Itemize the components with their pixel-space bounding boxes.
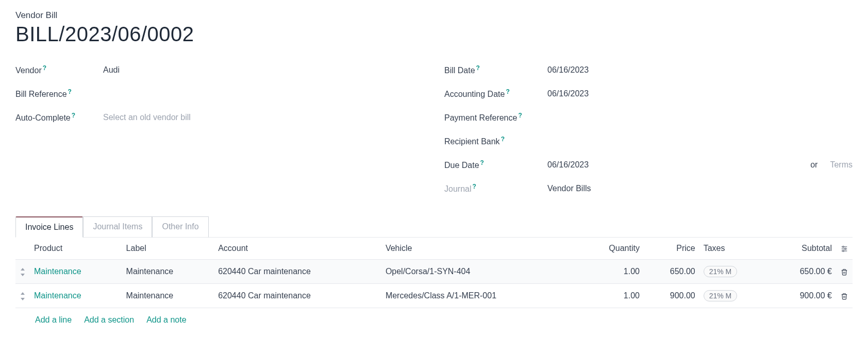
- page-subtitle: Vendor Bill: [15, 10, 853, 21]
- tax-chip[interactable]: 21% M: [704, 266, 738, 277]
- help-icon[interactable]: ?: [72, 112, 75, 119]
- due-date-label: Due Date?: [444, 159, 532, 170]
- filter-icon[interactable]: [840, 244, 848, 252]
- svg-marker-6: [21, 268, 25, 271]
- tab-journal-items[interactable]: Journal Items: [83, 216, 152, 238]
- help-icon[interactable]: ?: [518, 112, 522, 119]
- help-icon[interactable]: ?: [506, 88, 509, 95]
- bill-date-value[interactable]: 06/16/2023: [532, 65, 853, 75]
- journal-value[interactable]: Vendor Bills: [532, 184, 853, 193]
- col-quantity: Quantity: [579, 238, 644, 260]
- tabs: Invoice Lines Journal Items Other Info: [15, 216, 853, 238]
- quantity-cell[interactable]: 1.00: [624, 267, 640, 276]
- product-cell[interactable]: Maintenance: [34, 267, 81, 276]
- vehicle-cell[interactable]: Mercedes/Class A/1-MER-001: [386, 291, 496, 300]
- table-row: Maintenance Maintenance 620440 Car maint…: [15, 260, 853, 284]
- vendor-value[interactable]: Audi: [103, 65, 424, 75]
- accounting-date-value[interactable]: 06/16/2023: [532, 89, 853, 98]
- table-row: Maintenance Maintenance 620440 Car maint…: [15, 284, 853, 308]
- add-note-button[interactable]: Add a note: [146, 315, 186, 325]
- due-date-value[interactable]: 06/16/2023: [547, 160, 589, 170]
- svg-marker-8: [21, 292, 25, 295]
- accounting-date-label: Accounting Date?: [444, 88, 532, 99]
- col-price: Price: [644, 238, 699, 260]
- drag-handle-icon[interactable]: [15, 260, 30, 284]
- svg-point-3: [845, 248, 846, 249]
- subtotal-cell: 650.00 €: [800, 267, 832, 276]
- bill-reference-label: Bill Reference?: [15, 88, 103, 99]
- svg-marker-9: [21, 298, 25, 300]
- vehicle-cell[interactable]: Opel/Corsa/1-SYN-404: [386, 267, 471, 276]
- svg-point-5: [843, 250, 844, 251]
- terms-input[interactable]: Terms: [830, 160, 853, 170]
- help-icon[interactable]: ?: [43, 64, 46, 72]
- tab-other-info[interactable]: Other Info: [152, 216, 208, 238]
- page-title: BILL/2023/06/0002: [15, 23, 853, 46]
- price-cell[interactable]: 650.00: [670, 267, 695, 276]
- trash-icon[interactable]: [841, 267, 848, 276]
- auto-complete-input[interactable]: Select an old vendor bill: [103, 113, 424, 122]
- trash-icon[interactable]: [841, 291, 848, 300]
- journal-label: Journal?: [444, 183, 532, 194]
- help-icon[interactable]: ?: [480, 159, 484, 166]
- subtotal-cell: 900.00 €: [800, 291, 832, 300]
- help-icon[interactable]: ?: [472, 183, 476, 190]
- col-vehicle: Vehicle: [381, 238, 579, 260]
- due-date-or: or: [810, 160, 817, 170]
- help-icon[interactable]: ?: [476, 64, 480, 72]
- col-product: Product: [30, 238, 122, 260]
- vendor-label: Vendor?: [15, 64, 103, 75]
- drag-handle-icon[interactable]: [15, 284, 30, 308]
- col-account: Account: [214, 238, 381, 260]
- svg-point-1: [843, 246, 844, 247]
- quantity-cell[interactable]: 1.00: [624, 291, 640, 300]
- add-section-button[interactable]: Add a section: [84, 315, 134, 325]
- bill-date-label: Bill Date?: [444, 64, 532, 75]
- price-cell[interactable]: 900.00: [670, 291, 695, 300]
- col-taxes: Taxes: [699, 238, 769, 260]
- auto-complete-label: Auto-Complete?: [15, 112, 103, 123]
- help-icon[interactable]: ?: [501, 136, 505, 143]
- help-icon[interactable]: ?: [68, 88, 72, 95]
- account-cell[interactable]: 620440 Car maintenance: [218, 291, 311, 300]
- label-cell[interactable]: Maintenance: [126, 291, 174, 300]
- tax-chip[interactable]: 21% M: [704, 290, 738, 301]
- label-cell[interactable]: Maintenance: [126, 267, 174, 276]
- col-subtotal: Subtotal: [769, 238, 836, 260]
- product-cell[interactable]: Maintenance: [34, 291, 81, 300]
- svg-marker-7: [21, 274, 25, 276]
- col-label: Label: [122, 238, 214, 260]
- payment-reference-label: Payment Reference?: [444, 112, 532, 123]
- invoice-lines-table: Product Label Account Vehicle Quantity P…: [15, 238, 853, 308]
- add-line-button[interactable]: Add a line: [35, 315, 72, 325]
- recipient-bank-label: Recipient Bank?: [444, 136, 532, 146]
- account-cell[interactable]: 620440 Car maintenance: [218, 267, 311, 276]
- tab-invoice-lines[interactable]: Invoice Lines: [15, 216, 83, 238]
